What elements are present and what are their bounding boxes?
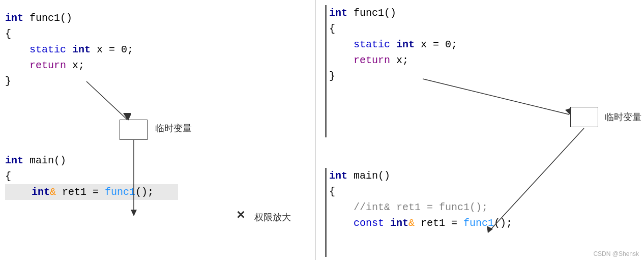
x-mark: ×	[237, 208, 245, 223]
right-main-line3: //int& ret1 = func1();	[329, 199, 512, 215]
right-vbar-main	[325, 168, 327, 257]
right-panel: int func1() { static int x = 0; return x…	[315, 0, 644, 260]
left-main-line3: int& ret1 = func1();	[5, 184, 178, 200]
csdn-watermark: CSDN @Shensk	[593, 250, 639, 257]
left-main-block: int main() { int& ret1 = func1();	[5, 153, 178, 200]
page-container: int func1() { static int x = 0; return x…	[0, 0, 644, 260]
left-annotation-label: 临时变量	[155, 122, 192, 134]
quanxian-label: 权限放大	[254, 211, 291, 223]
left-panel: int func1() { static int x = 0; return x…	[0, 0, 315, 260]
right-main-line4: const int& ret1 = func1();	[329, 215, 512, 231]
left-func1-line1: int func1()	[5, 10, 133, 26]
right-func1-line4: return x;	[329, 52, 457, 68]
right-annotation-box	[570, 107, 598, 127]
right-annotation-label: 临时变量	[605, 111, 641, 123]
left-main-line1: int main()	[5, 153, 178, 168]
svg-marker-1	[123, 113, 131, 120]
left-func1-line2: {	[5, 26, 133, 42]
svg-line-5	[423, 79, 569, 114]
left-func1-line3: static int x = 0;	[5, 42, 133, 57]
right-vbar-func1	[325, 5, 327, 137]
right-func1-line3: static int x = 0;	[329, 37, 457, 52]
right-main-line1: int main()	[329, 168, 512, 184]
right-main-line2: {	[329, 184, 512, 199]
right-func1-line2: {	[329, 21, 457, 37]
right-func1-line1: int func1()	[329, 5, 457, 21]
left-main-line2: {	[5, 168, 178, 184]
left-annotation-box	[120, 120, 148, 140]
right-func1-block: int func1() { static int x = 0; return x…	[329, 5, 457, 84]
svg-marker-4	[131, 210, 137, 216]
right-func1-line5: }	[329, 68, 457, 84]
left-func1-line5: }	[5, 73, 133, 89]
left-func1-block: int func1() { static int x = 0; return x…	[5, 10, 133, 89]
left-func1-line4: return x;	[5, 57, 133, 73]
right-main-block: int main() { //int& ret1 = func1(); cons…	[329, 168, 512, 231]
